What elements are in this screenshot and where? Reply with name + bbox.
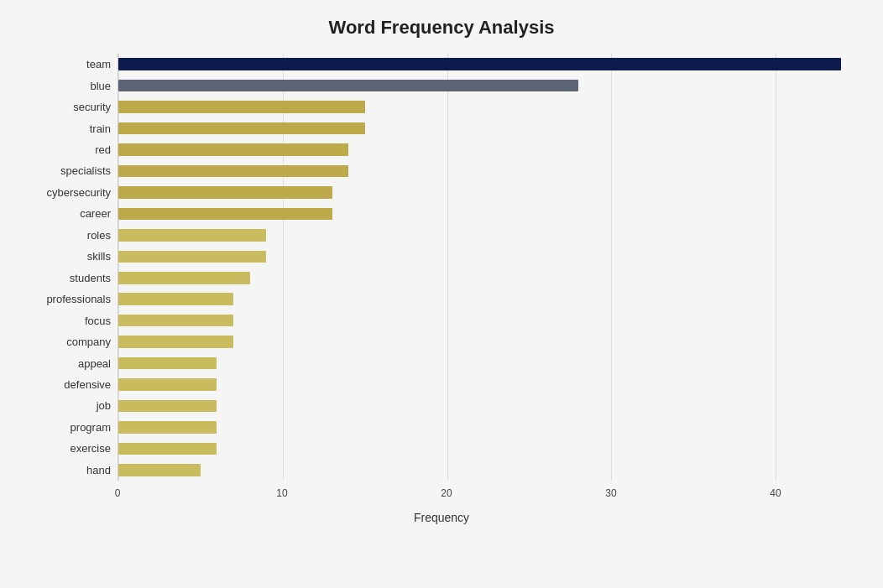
- y-label: blue: [90, 75, 111, 96]
- bar-row: [118, 289, 858, 310]
- bar: [118, 272, 250, 284]
- y-label: defensive: [64, 374, 111, 395]
- bar: [118, 165, 348, 178]
- bar-row: [118, 438, 858, 459]
- bar: [118, 378, 217, 391]
- x-tick-label: 10: [276, 487, 287, 499]
- bar-row: [118, 182, 858, 203]
- x-tick-label: 40: [770, 487, 781, 499]
- bar-row: [118, 352, 858, 373]
- y-label: roles: [87, 225, 111, 246]
- y-label: company: [66, 331, 111, 352]
- bar: [118, 336, 233, 348]
- y-label: specialists: [60, 160, 111, 181]
- bar-row: [118, 160, 858, 181]
- y-label: professionals: [46, 289, 111, 310]
- bar: [118, 400, 217, 413]
- bar-row: [118, 460, 858, 481]
- bar: [118, 122, 365, 135]
- bar: [118, 80, 578, 92]
- bar-row: [118, 395, 858, 416]
- bar-row: [118, 75, 858, 96]
- y-label: focus: [85, 310, 111, 330]
- y-label: career: [80, 203, 111, 224]
- chart-title: Word Frequency Analysis: [25, 17, 858, 39]
- bar-row: [118, 54, 858, 75]
- x-tick-label: 30: [605, 487, 616, 499]
- y-label: hand: [86, 460, 111, 481]
- bar-row: [118, 203, 858, 224]
- x-tick-label: 20: [441, 487, 452, 499]
- bar: [118, 315, 233, 327]
- bar: [118, 293, 233, 305]
- bar: [118, 443, 217, 455]
- bar: [118, 251, 266, 263]
- x-axis-section: 010203040: [25, 484, 858, 509]
- y-label: program: [71, 417, 111, 438]
- bar: [118, 357, 217, 370]
- x-tick-label: 0: [115, 487, 121, 499]
- chart-area: teambluesecuritytrainredspecialistscyber…: [25, 54, 858, 524]
- bars-and-grid: [118, 54, 858, 481]
- y-label: job: [97, 395, 111, 416]
- y-label: team: [86, 54, 111, 75]
- bar-row: [118, 225, 858, 246]
- bar: [118, 186, 332, 199]
- chart-container: Word Frequency Analysis teambluesecurity…: [0, 0, 883, 588]
- y-label: exercise: [71, 438, 111, 459]
- y-label: train: [90, 117, 111, 138]
- bar: [118, 421, 217, 434]
- bar: [118, 229, 266, 242]
- y-label: cybersecurity: [46, 182, 111, 203]
- bar-rows: [118, 54, 858, 481]
- bar: [118, 143, 348, 156]
- y-labels: teambluesecuritytrainredspecialistscyber…: [25, 54, 118, 481]
- bar-row: [118, 417, 858, 438]
- y-label: skills: [87, 246, 111, 267]
- bar-row: [118, 96, 858, 117]
- y-label: red: [95, 139, 111, 160]
- bar-row: [118, 374, 858, 395]
- bar-row: [118, 331, 858, 352]
- bars-section: teambluesecuritytrainredspecialistscyber…: [25, 54, 858, 481]
- bar: [118, 208, 332, 221]
- y-label: students: [70, 268, 111, 289]
- bar-row: [118, 246, 858, 267]
- bar-row: [118, 117, 858, 138]
- x-axis-labels: 010203040: [118, 484, 858, 509]
- bar: [118, 58, 841, 70]
- bar-row: [118, 268, 858, 289]
- bar: [118, 464, 201, 476]
- bar-row: [118, 139, 858, 160]
- y-label: security: [73, 96, 111, 117]
- x-axis-title: Frequency: [25, 511, 858, 524]
- bar-row: [118, 310, 858, 330]
- bar: [118, 101, 365, 113]
- y-label: appeal: [78, 352, 111, 373]
